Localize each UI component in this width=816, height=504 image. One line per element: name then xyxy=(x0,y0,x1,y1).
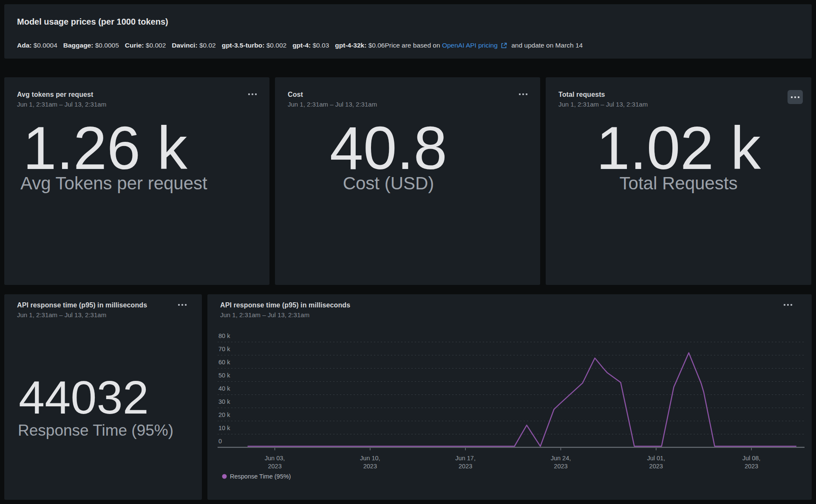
stat-value: 1.26 k xyxy=(23,118,187,178)
panel-time-range: Jun 1, 2:31am – Jul 13, 2:31am xyxy=(558,101,648,108)
ellipsis-icon xyxy=(178,304,187,306)
stat-label: Total Requests xyxy=(546,173,811,194)
price-model-label: gpt-4: xyxy=(292,42,312,49)
price-model-label: Davinci: xyxy=(172,42,199,49)
panel-menu-button-active[interactable] xyxy=(788,90,803,104)
stat-label: Response Time (95%) xyxy=(18,422,173,440)
panel-menu-button[interactable] xyxy=(516,90,531,99)
response-time-chart-panel: API response time (p95) in milliseconds … xyxy=(207,294,812,500)
y-axis-tick-label: 80 k xyxy=(218,332,230,339)
price-model-label: Ada: xyxy=(17,42,34,49)
price-model-label: Baggage: xyxy=(63,42,95,49)
panel-title: Avg tokens per request xyxy=(17,91,106,99)
total-requests-panel: Total requests Jun 1, 2:31am – Jul 13, 2… xyxy=(546,77,811,285)
panel-menu-button[interactable] xyxy=(245,90,260,99)
panel-time-range: Jun 1, 2:31am – Jul 13, 2:31am xyxy=(288,101,377,108)
ellipsis-icon xyxy=(519,93,527,95)
stat-value: 1.02 k xyxy=(546,118,811,178)
pricing-note-suffix: and update on March 14 xyxy=(510,42,583,49)
y-axis-tick-label: 40 k xyxy=(218,385,230,392)
panel-menu-button[interactable] xyxy=(175,301,190,309)
price-model-label: gpt-3.5-turbo: xyxy=(222,42,266,49)
y-axis-tick-label: 60 k xyxy=(218,359,230,366)
pricing-note-prefix: Price are based on xyxy=(385,42,442,49)
panel-title: Total requests xyxy=(558,91,648,99)
stat-label: Avg Tokens per request xyxy=(20,173,207,194)
avg-tokens-panel: Avg tokens per request Jun 1, 2:31am – J… xyxy=(4,77,269,285)
panel-time-range: Jun 1, 2:31am – Jul 13, 2:31am xyxy=(17,311,147,318)
price-model-value: $0.002 xyxy=(266,42,286,49)
response-time-line-chart: 010 k20 k30 k40 k50 k60 k70 k80 kJun 03,… xyxy=(207,294,812,500)
legend-series-dot xyxy=(222,474,227,479)
price-model-label: gpt-4-32k: xyxy=(335,42,368,49)
ellipsis-icon xyxy=(248,93,257,95)
x-axis-tick-label: Jun 17,2023 xyxy=(455,455,476,470)
stat-value: 44032 xyxy=(19,374,149,421)
x-axis-tick-label: Jun 03,2023 xyxy=(265,455,285,470)
price-model-value: $0.002 xyxy=(146,42,166,49)
x-axis-tick-label: Jul 01,2023 xyxy=(647,455,665,470)
y-axis-tick-label: 0 xyxy=(218,438,222,445)
y-axis-tick-label: 20 k xyxy=(218,411,230,418)
cost-panel: Cost Jun 1, 2:31am – Jul 13, 2:31am 40.8… xyxy=(275,77,540,285)
x-axis-tick-label: Jun 10,2023 xyxy=(360,455,380,470)
y-axis-tick-label: 10 k xyxy=(218,425,230,431)
response-time-series-line xyxy=(248,353,796,446)
response-time-stat-panel: API response time (p95) in milliseconds … xyxy=(4,294,202,500)
price-model-value: $0.02 xyxy=(199,42,216,49)
panel-title: API response time (p95) in milliseconds xyxy=(17,301,147,309)
y-axis-tick-label: 50 k xyxy=(218,372,230,379)
model-prices-title: Model usage prices (per 1000 tokens) xyxy=(17,17,168,27)
ellipsis-icon xyxy=(791,96,799,98)
model-prices-panel: Model usage prices (per 1000 tokens) Ada… xyxy=(4,4,812,59)
stat-value: 40.8 xyxy=(275,118,502,178)
openai-pricing-link[interactable]: OpenAI API pricing xyxy=(442,42,498,49)
panel-title: Cost xyxy=(288,91,377,99)
price-model-label: Curie: xyxy=(125,42,146,49)
y-axis-tick-label: 30 k xyxy=(218,398,230,405)
price-model-value: $0.0004 xyxy=(34,42,57,49)
x-axis-tick-label: Jul 08,2023 xyxy=(742,455,761,470)
x-axis-tick-label: Jun 24,2023 xyxy=(551,455,571,470)
y-axis-tick-label: 70 k xyxy=(218,346,230,352)
panel-time-range: Jun 1, 2:31am – Jul 13, 2:31am xyxy=(17,101,106,108)
price-model-value: $0.06 xyxy=(368,42,385,49)
legend-item[interactable]: Response Time (95%) xyxy=(222,473,291,480)
stat-label: Cost (USD) xyxy=(275,173,502,194)
legend-series-label: Response Time (95%) xyxy=(230,473,291,480)
price-model-value: $0.03 xyxy=(313,42,329,49)
external-link-icon[interactable] xyxy=(500,42,507,49)
price-list: Ada: $0.0004Baggage: $0.0005Curie: $0.00… xyxy=(17,42,583,49)
price-model-value: $0.0005 xyxy=(95,42,119,49)
